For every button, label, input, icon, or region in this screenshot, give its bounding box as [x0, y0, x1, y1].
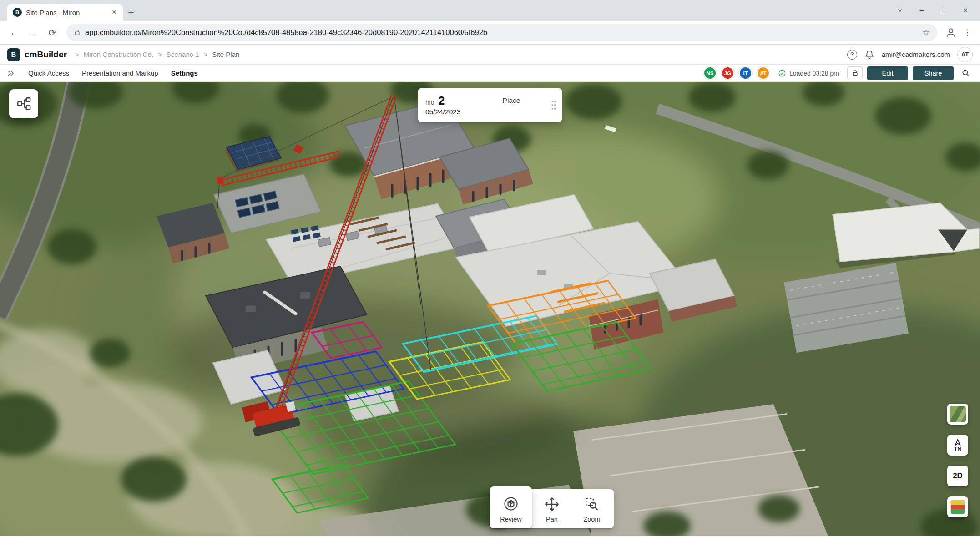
- load-status-text: Loaded 03:28 pm: [789, 70, 839, 77]
- zoom-label: Zoom: [583, 516, 600, 523]
- tab-title: Site Plans - Miron: [26, 9, 105, 16]
- app-menubar: Quick Access Presentation and Markup Set…: [0, 65, 980, 82]
- menubar-right: NS JG IT AT Loaded 03:28 pm Edit Share: [703, 66, 974, 81]
- true-north-button[interactable]: TN: [947, 435, 968, 456]
- cmbuilder-logo[interactable]: B: [7, 48, 20, 61]
- browser-menu-icon[interactable]: ⋮: [961, 27, 975, 38]
- check-circle-icon: [778, 69, 786, 77]
- bookmark-star-icon[interactable]: ☆: [922, 27, 930, 38]
- review-button[interactable]: Review: [490, 486, 532, 528]
- brand-name[interactable]: cmBuilder: [25, 50, 67, 60]
- user-email: amir@cadmakers.com: [882, 51, 950, 58]
- basemap-toggle-button[interactable]: [947, 404, 968, 425]
- model-tree-icon: [16, 96, 31, 111]
- timeline-drag-handle[interactable]: [549, 92, 558, 118]
- lock-icon: [852, 70, 859, 76]
- forward-button[interactable]: →: [25, 24, 42, 41]
- close-window-button[interactable]: ×: [955, 0, 976, 21]
- basemap-thumbnail-icon: [950, 406, 966, 422]
- legend-colors-button[interactable]: [947, 496, 968, 517]
- breadcrumb-separator: >: [204, 51, 208, 58]
- app-header: B cmBuilder > Miron Construction Co. > S…: [0, 45, 980, 65]
- timeline-phase-label: Place: [474, 92, 549, 118]
- maximize-button[interactable]: [933, 0, 955, 21]
- tab-close-icon[interactable]: ×: [109, 7, 119, 17]
- share-button[interactable]: Share: [913, 66, 954, 80]
- url-text: app.cmbuilder.io/Miron%20Construction%20…: [85, 28, 918, 37]
- model-tree-button[interactable]: [9, 89, 38, 118]
- back-button[interactable]: ←: [5, 24, 23, 41]
- true-north-label: TN: [954, 446, 961, 451]
- breadcrumb-item-company[interactable]: Miron Construction Co.: [84, 51, 153, 58]
- padlock-icon: [74, 29, 81, 36]
- load-status: Loaded 03:28 pm: [778, 69, 839, 77]
- zoom-button[interactable]: Zoom: [572, 489, 612, 528]
- help-icon[interactable]: ?: [847, 50, 857, 60]
- menu-item-presentation-markup[interactable]: Presentation and Markup: [82, 69, 158, 77]
- header-right: ? amir@cadmakers.com AT: [847, 47, 973, 62]
- timeline-card[interactable]: mo 2 05/24/2023 Place: [418, 88, 562, 122]
- user-avatar[interactable]: AT: [957, 47, 973, 62]
- presence-avatar[interactable]: JG: [721, 66, 734, 80]
- side-controls: TN 2D: [947, 404, 968, 517]
- breadcrumb-item-siteplan[interactable]: Site Plan: [212, 51, 239, 58]
- browser-window: B Site Plans - Miron × + – × ← → ⟳ app.c…: [0, 0, 980, 537]
- pan-label: Pan: [546, 516, 558, 523]
- legend-colors-icon: [950, 500, 965, 514]
- 2d-view-button[interactable]: 2D: [947, 466, 968, 486]
- edit-button[interactable]: Edit: [867, 66, 908, 80]
- breadcrumb: > Miron Construction Co. > Scenario 1 > …: [75, 51, 239, 58]
- zoom-icon: [584, 496, 600, 512]
- 2d-view-label: 2D: [953, 471, 963, 481]
- presence-avatar[interactable]: AT: [757, 66, 770, 80]
- viewport-scene[interactable]: [0, 82, 980, 536]
- pan-icon: [544, 496, 560, 512]
- pan-button[interactable]: Pan: [532, 489, 572, 528]
- browser-profile-icon[interactable]: [943, 25, 959, 41]
- menu-item-quick-access[interactable]: Quick Access: [28, 69, 69, 77]
- maximize-icon: [941, 8, 946, 13]
- browser-toolbar: ← → ⟳ app.cmbuilder.io/Miron%20Construct…: [0, 21, 980, 45]
- review-label: Review: [500, 516, 522, 523]
- tab-favicon: B: [13, 8, 22, 17]
- timeline-value: 2: [438, 94, 445, 107]
- browser-tab[interactable]: B Site Plans - Miron ×: [7, 4, 123, 21]
- menu-item-settings[interactable]: Settings: [171, 69, 198, 77]
- address-bar[interactable]: app.cmbuilder.io/Miron%20Construction%20…: [66, 24, 937, 41]
- notifications-bell-icon[interactable]: [864, 50, 874, 60]
- timeline-position: mo 2 05/24/2023: [425, 92, 474, 118]
- breadcrumb-item-scenario[interactable]: Scenario 1: [167, 51, 199, 58]
- breadcrumb-separator: >: [158, 51, 162, 58]
- minimize-button[interactable]: –: [911, 0, 933, 21]
- new-tab-button[interactable]: +: [123, 4, 139, 21]
- tab-search-chevron-icon[interactable]: [889, 0, 911, 21]
- timeline-date: 05/24/2023: [425, 108, 474, 116]
- search-icon[interactable]: [958, 66, 974, 81]
- expand-sidebar-icon[interactable]: [6, 69, 15, 78]
- tab-strip: B Site Plans - Miron × + – ×: [0, 0, 980, 21]
- presence-avatar[interactable]: NS: [703, 66, 717, 80]
- lock-button[interactable]: [847, 66, 863, 80]
- window-controls: – ×: [889, 0, 976, 21]
- viewport-3d[interactable]: mo 2 05/24/2023 Place: [0, 82, 980, 536]
- reload-button[interactable]: ⟳: [44, 24, 61, 41]
- breadcrumb-separator: >: [75, 51, 79, 58]
- presence-avatar[interactable]: IT: [739, 66, 752, 80]
- timeline-unit: mo: [425, 99, 434, 106]
- review-icon: [503, 496, 519, 512]
